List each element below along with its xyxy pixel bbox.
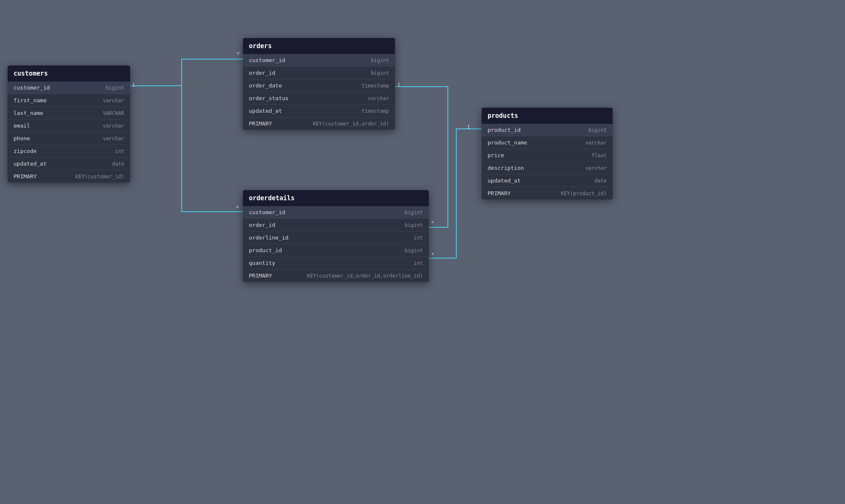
- table-orders: orders customer_id bigint order_id bigin…: [243, 38, 395, 130]
- erd-canvas: 1 * 1 * * 1 * customers customer_id bigi…: [0, 0, 845, 504]
- table-row: customer_id bigint: [243, 54, 395, 67]
- table-row: email varchar: [8, 120, 130, 132]
- table-row: order_date timestamp: [243, 79, 395, 92]
- table-row: phone varchar: [8, 132, 130, 145]
- table-products-body: product_id bigint product_name varchar p…: [482, 124, 613, 199]
- table-row: updated_at timestamp: [243, 105, 395, 117]
- table-row: PRIMARY KEY(product_id): [482, 187, 613, 199]
- table-row: product_id bigint: [243, 244, 429, 257]
- table-row: customer_id bigint: [8, 82, 130, 94]
- table-customers: customers customer_id bigint first_name …: [8, 65, 130, 183]
- table-row: updated_at date: [8, 158, 130, 170]
- table-orderdetails: orderdetails customer_id bigint order_id…: [243, 190, 429, 282]
- table-row: last_name VARCHAR: [8, 107, 130, 120]
- table-row: orderline_id int: [243, 232, 429, 244]
- label-products-1: 1: [467, 124, 470, 130]
- table-row: PRIMARY KEY(customer_id): [8, 170, 130, 183]
- label-customers-1: 1: [132, 82, 135, 88]
- label-orderdetails-cust-star: *: [236, 204, 239, 211]
- table-row: quantity int: [243, 257, 429, 270]
- table-orders-body: customer_id bigint order_id bigint order…: [243, 54, 395, 130]
- table-customers-header: customers: [8, 65, 130, 82]
- table-row: customer_id bigint: [243, 206, 429, 219]
- table-row: first_name varchar: [8, 94, 130, 107]
- table-products-header: products: [482, 108, 613, 124]
- table-customers-body: customer_id bigint first_name varchar la…: [8, 82, 130, 183]
- table-row: PRIMARY KEY(customer_id,order_id): [243, 117, 395, 130]
- table-orderdetails-body: customer_id bigint order_id bigint order…: [243, 206, 429, 282]
- label-orderdetails-product-star: *: [431, 251, 434, 258]
- table-row: product_name varchar: [482, 136, 613, 149]
- table-orderdetails-header: orderdetails: [243, 190, 429, 206]
- label-orders-1: 1: [397, 82, 401, 88]
- table-row: zipcode int: [8, 145, 130, 158]
- label-orderdetails-order-star: *: [431, 220, 434, 226]
- table-row: description varchar: [482, 162, 613, 174]
- table-row: order_status varchar: [243, 92, 395, 105]
- table-row: order_id bigint: [243, 67, 395, 79]
- table-row: product_id bigint: [482, 124, 613, 136]
- table-row: PRIMARY KEY(customer_id,order_id,orderli…: [243, 270, 429, 282]
- table-row: updated_at date: [482, 174, 613, 187]
- table-orders-header: orders: [243, 38, 395, 54]
- label-orders-star: *: [237, 51, 240, 57]
- table-row: order_id bigint: [243, 219, 429, 232]
- table-products: products product_id bigint product_name …: [482, 108, 613, 199]
- table-row: price float: [482, 149, 613, 162]
